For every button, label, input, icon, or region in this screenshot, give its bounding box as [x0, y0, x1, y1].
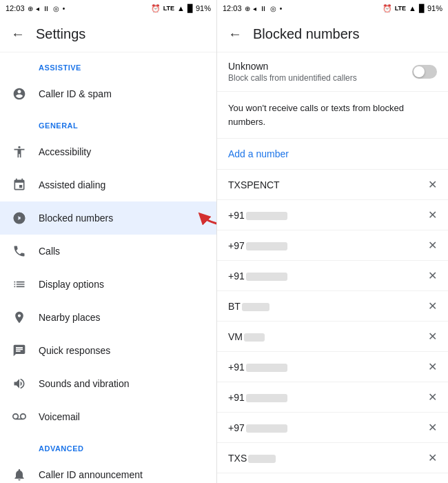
blocked-number-text: +91 — [228, 362, 287, 373]
menu-item-caller-id-announcement[interactable]: Caller ID announcement — [0, 458, 216, 483]
remove-txspenct-button[interactable]: ✕ — [428, 178, 437, 191]
blocked-item-txs: TXS ✕ — [217, 443, 448, 473]
left-time: 12:03 — [6, 4, 25, 12]
blocked-item-vm: VM ✕ — [217, 322, 448, 352]
blocked-item-5: +91 ✕ — [217, 382, 448, 413]
blocked-numbers-content: Unknown Block calls from unidentified ca… — [217, 52, 448, 483]
remove-txs-button[interactable]: ✕ — [428, 451, 437, 464]
sounds-label: Sounds and vibration — [39, 378, 130, 389]
blocked-numbers-label: Blocked numbers — [39, 213, 113, 224]
blocked-numbers-back-button[interactable]: ← — [228, 26, 242, 42]
unknown-title: Unknown — [228, 61, 357, 72]
arrow-annotation — [196, 203, 216, 233]
remove-number-1-button[interactable]: ✕ — [428, 208, 437, 221]
left-battery-pct: 91% — [196, 4, 211, 12]
remove-number-6-button[interactable]: ✕ — [428, 421, 437, 434]
right-battery-pct: 91% — [427, 4, 442, 12]
blocked-item-bt: BT ✕ — [217, 291, 448, 322]
blocked-item-6: +97 ✕ — [217, 413, 448, 443]
menu-item-calls[interactable]: Calls — [0, 235, 216, 268]
voicemail-icon — [11, 408, 28, 425]
blocked-numbers-header: ← Blocked numbers — [217, 17, 448, 52]
accessibility-label: Accessibility — [39, 146, 91, 157]
left-icons: ⊕ ◂ ⏸ ◎ • — [28, 5, 66, 12]
remove-number-4-button[interactable]: ✕ — [428, 360, 437, 373]
blocked-number-text: VM — [228, 331, 265, 342]
unknown-text: Unknown Block calls from unidentified ca… — [228, 61, 357, 83]
blocked-item-txspenct: TXSPENCT ✕ — [217, 170, 448, 200]
menu-item-accessibility[interactable]: Accessibility — [0, 135, 216, 168]
blocked-number-text: TXS — [228, 453, 276, 464]
section-general: GENERAL — [0, 110, 216, 135]
calls-icon — [11, 243, 28, 259]
display-options-label: Display options — [39, 279, 104, 290]
caller-id-announcement-label: Caller ID announcement — [39, 469, 143, 480]
quick-responses-icon — [11, 342, 28, 359]
menu-item-assisted-dialing[interactable]: Assisted dialing — [0, 168, 216, 201]
blocked-number-text: +91 — [228, 210, 287, 221]
blocked-number-text: +91 — [228, 270, 287, 282]
assisted-dialing-icon — [11, 177, 28, 193]
left-alarm-icon: ⏰ — [151, 4, 161, 13]
info-text: You won't receive calls or texts from bl… — [217, 92, 448, 139]
blocked-numbers-panel: ← Blocked numbers Unknown Block calls fr… — [217, 17, 448, 483]
accessibility-icon — [11, 144, 28, 160]
nearby-places-icon — [11, 309, 28, 326]
blocked-item-1: +91 ✕ — [217, 200, 448, 230]
remove-vm-button[interactable]: ✕ — [428, 330, 437, 343]
voicemail-label: Voicemail — [39, 411, 80, 422]
menu-item-sounds[interactable]: Sounds and vibration — [0, 367, 216, 400]
caller-id-label: Caller ID & spam — [39, 88, 112, 99]
settings-menu: ASSISTIVE Caller ID & spam GENERAL Acces… — [0, 52, 216, 483]
unknown-toggle[interactable] — [412, 65, 437, 79]
nearby-places-label: Nearby places — [39, 312, 101, 323]
right-signal-icon: ▲ — [409, 4, 416, 12]
add-number-button[interactable]: Add a number — [217, 139, 448, 170]
remove-number-5-button[interactable]: ✕ — [428, 391, 437, 404]
right-alarm-icon: ⏰ — [383, 4, 392, 13]
left-lte: LTE — [163, 5, 174, 12]
section-assistive: ASSISTIVE — [0, 52, 216, 77]
left-signal-icon: ▲ — [177, 4, 185, 12]
remove-number-2-button[interactable]: ✕ — [428, 239, 437, 252]
caller-id-icon — [11, 86, 28, 102]
calls-label: Calls — [39, 246, 60, 257]
quick-responses-label: Quick responses — [39, 345, 110, 356]
right-lte: LTE — [395, 5, 406, 12]
settings-panel: ← Settings ASSISTIVE Caller ID & spam GE… — [0, 17, 217, 483]
blocked-item-3: +91 ✕ — [217, 261, 448, 291]
remove-number-3-button[interactable]: ✕ — [428, 269, 437, 282]
unknown-subtitle: Block calls from unidentified callers — [228, 73, 357, 83]
unknown-toggle-row: Unknown Block calls from unidentified ca… — [217, 52, 448, 92]
blocked-item-4: +91 ✕ — [217, 352, 448, 382]
left-battery-icon: ▉ — [187, 4, 193, 13]
menu-item-caller-id[interactable]: Caller ID & spam — [0, 77, 216, 110]
settings-title: Settings — [36, 26, 85, 42]
blocked-item-2: +97 ✕ — [217, 230, 448, 261]
settings-back-button[interactable]: ← — [11, 26, 25, 42]
assisted-dialing-label: Assisted dialing — [39, 179, 105, 190]
blocked-numbers-title: Blocked numbers — [253, 26, 360, 42]
section-advanced: ADVANCED — [0, 433, 216, 458]
sounds-icon — [11, 375, 28, 392]
blocked-number-text: +97 — [228, 240, 287, 251]
menu-item-display-options[interactable]: Display options — [0, 268, 216, 301]
blocked-number-text: BT — [228, 301, 269, 312]
settings-header: ← Settings — [0, 17, 216, 52]
right-time: 12:03 — [223, 4, 242, 12]
menu-item-voicemail[interactable]: Voicemail — [0, 400, 216, 433]
menu-item-quick-responses[interactable]: Quick responses — [0, 334, 216, 367]
menu-item-blocked-numbers[interactable]: Blocked numbers — [0, 201, 216, 235]
right-battery-icon: ▉ — [419, 4, 425, 13]
caller-id-announcement-icon — [11, 466, 28, 483]
blocked-number-text: +97 — [228, 422, 287, 433]
display-options-icon — [11, 276, 28, 293]
blocked-number-text: +91 — [228, 392, 287, 403]
blocked-numbers-icon — [11, 210, 28, 226]
right-icons: ⊕ ◂ ⏸ ◎ • — [245, 5, 283, 12]
menu-item-nearby-places[interactable]: Nearby places — [0, 301, 216, 334]
remove-bt-button[interactable]: ✕ — [428, 299, 437, 313]
blocked-number-text: TXSPENCT — [228, 179, 280, 190]
